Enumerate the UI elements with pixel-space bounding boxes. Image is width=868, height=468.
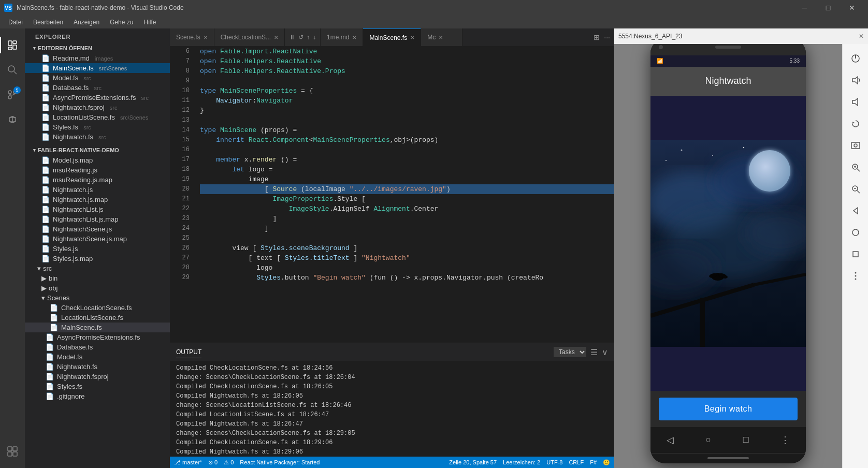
emu-volume-down-btn[interactable] — [845, 92, 866, 112]
tab-1me-close[interactable]: ✕ — [352, 35, 356, 40]
tab-mainscene-close[interactable]: ✕ — [410, 35, 414, 40]
tab-controls-pause[interactable]: ⏸ ↺ ↑ ↓ — [285, 28, 321, 46]
menu-hilfe[interactable]: Hilfe — [139, 18, 160, 27]
tree-locationlistscene[interactable]: 📄LocationListScene.fs — [25, 313, 170, 323]
emu-square-btn[interactable] — [845, 244, 866, 265]
tab-mc[interactable]: Mc ✕ — [421, 28, 462, 46]
chevron-down-icon[interactable]: ∨ — [602, 347, 608, 357]
tab-checklocation-close[interactable]: ✕ — [274, 35, 278, 40]
open-editors-section[interactable]: ▾ EDITOREN ÖFFNEN — [25, 42, 170, 53]
more-icon[interactable]: ··· — [604, 33, 610, 41]
activity-extensions-icon[interactable] — [0, 439, 25, 464]
close-button[interactable]: ✕ — [840, 0, 864, 16]
open-file-locationlist[interactable]: 📄 LocationListScene.fs src\Scenes — [25, 112, 170, 122]
emulator-title: 5554:Nexus_6_API_23 — [618, 33, 682, 40]
tab-mc-label: Mc — [427, 34, 436, 41]
tree-msureading-js-map[interactable]: 📄msuReading.js.map — [25, 175, 170, 185]
emu-zoom-in-btn[interactable] — [845, 157, 866, 178]
tree-asyncpromise-src[interactable]: 📄AsyncPromiseExtensions.fs — [25, 332, 170, 342]
language-status[interactable]: F# — [590, 459, 597, 466]
emulator-close-btn[interactable]: ✕ — [859, 33, 864, 40]
line-ending-status[interactable]: CRLF — [569, 459, 584, 466]
svg-point-52 — [855, 279, 856, 280]
tab-1me[interactable]: 1me.md ✕ — [321, 28, 363, 46]
back-nav-icon[interactable]: ◁ — [667, 434, 674, 446]
tab-mainscene[interactable]: MainScene.fs ✕ — [363, 28, 421, 46]
tab-scene-close[interactable]: ✕ — [204, 35, 208, 40]
tree-styles-js[interactable]: 📄Styles.js — [25, 244, 170, 254]
tree-nightwatchscene-js-map[interactable]: 📄NightwatchScene.js.map — [25, 234, 170, 244]
tree-database-src[interactable]: 📄Database.fs — [25, 342, 170, 352]
tree-gitignore[interactable]: 📄.gitignore — [25, 391, 170, 401]
tree-folder-obj[interactable]: ▶obj — [25, 283, 170, 293]
minimize-button[interactable]: ─ — [792, 0, 816, 16]
code-line-12: } — [200, 106, 614, 115]
emu-volume-up-btn[interactable] — [845, 70, 866, 91]
tree-nightwatch-src[interactable]: 📄Nightwatch.fs — [25, 362, 170, 372]
spaces-status[interactable]: Leerzeichen: 2 — [503, 459, 540, 466]
activity-git-icon[interactable]: 5 — [0, 82, 25, 107]
menu-nav-icon[interactable]: ⋮ — [780, 434, 790, 446]
emu-zoom-out-btn[interactable] — [845, 179, 866, 199]
emu-home-btn[interactable] — [845, 222, 866, 243]
list-icon[interactable]: ☰ — [590, 347, 598, 357]
tree-folder-scenes[interactable]: ▾Scenes — [25, 293, 170, 303]
file-name-nightwatchfsproj: Nightwatch.fsproj — [53, 104, 105, 111]
emu-rotate-btn[interactable] — [845, 113, 866, 134]
open-file-asyncpromise[interactable]: 📄 AsyncPromiseExtensions.fs src — [25, 93, 170, 103]
code-editor[interactable]: 6789 10111213 14151617 18192021 22232425… — [170, 47, 614, 343]
tree-styles-src[interactable]: 📄Styles.fs — [25, 382, 170, 391]
tree-folder-bin[interactable]: ▶bin — [25, 273, 170, 283]
tab-mainscene-label: MainScene.fs — [369, 34, 407, 41]
open-file-nightwatchfsproj[interactable]: 📄 Nightwatch.fsproj src — [25, 103, 170, 112]
tab-mc-close[interactable]: ✕ — [439, 35, 443, 40]
project-section[interactable]: ▾ FABLE-REACT-NATIVE-DEMO — [25, 144, 170, 155]
git-branch-status[interactable]: ⎇ master* — [174, 459, 202, 466]
emu-power-btn[interactable] — [845, 48, 866, 69]
tree-nightwatchlist-js-map[interactable]: 📄NightwatchList.js.map — [25, 214, 170, 224]
open-file-styles[interactable]: 📄 Styles.fs src — [25, 122, 170, 132]
recents-nav-icon[interactable]: □ — [743, 434, 749, 445]
editor-tab-controls: ⊞ ··· — [589, 28, 614, 46]
tree-folder-src[interactable]: ▾src — [25, 264, 170, 273]
activity-explorer-icon[interactable] — [0, 33, 25, 57]
tree-model-src[interactable]: 📄Model.fs — [25, 352, 170, 362]
tab-checklocation[interactable]: CheckLocationS... ✕ — [214, 28, 285, 46]
menu-bearbeiten[interactable]: Bearbeiten — [29, 18, 67, 27]
output-tasks-select[interactable]: Tasks — [554, 347, 586, 357]
open-file-nightwatch[interactable]: 📄 Nightwatch.fs src — [25, 132, 170, 142]
open-file-database[interactable]: 📄 Database.fs src — [25, 83, 170, 93]
tree-nightwatch-js-map[interactable]: 📄Nightwatch.js.map — [25, 195, 170, 204]
open-file-mainscene[interactable]: 📄 MainScene.fs src\Scenes — [25, 63, 170, 73]
open-file-model[interactable]: 📄 Model.fs src — [25, 73, 170, 83]
tab-scene[interactable]: Scene.fs ✕ — [170, 28, 214, 46]
activity-bar: 5 — [0, 28, 25, 468]
menu-gehe-zu[interactable]: Gehe zu — [106, 18, 137, 27]
emu-screenshot-btn[interactable] — [845, 135, 866, 156]
encoding-status[interactable]: UTF-8 — [546, 459, 562, 466]
tree-mainscene-selected[interactable]: 📄MainScene.fs — [25, 323, 170, 332]
begin-watch-button[interactable]: Begin watch — [659, 398, 798, 420]
explorer-title: EXPLORER — [25, 28, 170, 42]
activity-search-icon[interactable] — [0, 57, 25, 82]
menu-datei[interactable]: Datei — [4, 18, 27, 27]
home-nav-icon[interactable]: ○ — [705, 434, 711, 445]
cursor-position-status[interactable]: Zeile 20, Spalte 57 — [449, 459, 497, 466]
split-editor-icon[interactable]: ⊞ — [594, 33, 600, 41]
activity-debug-icon[interactable] — [0, 107, 25, 132]
tree-nightwatchscene-js[interactable]: 📄NightwatchScene.js — [25, 224, 170, 234]
tree-nightwatch-js[interactable]: 📄Nightwatch.js — [25, 185, 170, 195]
open-file-readme[interactable]: 📄 Readme.md images — [25, 53, 170, 63]
tree-msureading-js[interactable]: 📄msuReading.js — [25, 165, 170, 175]
output-tab-output[interactable]: OUTPUT — [176, 346, 201, 358]
tree-nightwatchfsproj-src[interactable]: 📄Nightwatch.fsproj — [25, 372, 170, 382]
menu-anzeigen[interactable]: Anzeigen — [69, 18, 104, 27]
tree-nightwatchlist-js[interactable]: 📄NightwatchList.js — [25, 204, 170, 214]
tree-styles-js-map[interactable]: 📄Styles.js.map — [25, 254, 170, 264]
code-line-29: Styles.button "Begin watch" (fun () -> x… — [200, 273, 614, 283]
tree-model-js-map[interactable]: 📄Model.js.map — [25, 155, 170, 165]
emu-back-btn[interactable] — [845, 200, 866, 221]
emu-more-btn[interactable] — [845, 266, 866, 286]
tree-checklocationscene[interactable]: 📄CheckLocationScene.fs — [25, 303, 170, 313]
maximize-button[interactable]: □ — [816, 0, 840, 16]
